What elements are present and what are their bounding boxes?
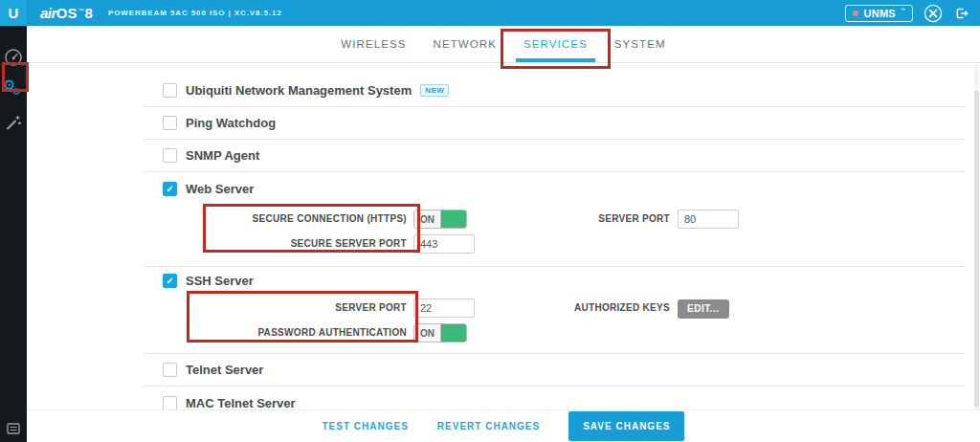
mac-telnet-checkbox[interactable] — [163, 396, 177, 410]
toggle-on-label: ON — [414, 210, 441, 228]
tab-system[interactable]: SYSTEM — [601, 26, 679, 62]
tab-network[interactable]: NETWORK — [420, 26, 510, 62]
footer-action-bar: TEST CHANGES REVERT CHANGES SAVE CHANGES — [27, 409, 980, 442]
logout-icon-svg — [953, 5, 970, 22]
sidebar-item-feedback[interactable] — [0, 416, 27, 441]
ssh-server-section: ✓ SSH Server SERVER PORT AUTHORIZED KEYS… — [144, 267, 965, 354]
tab-wireless-label: WIRELESS — [341, 38, 406, 50]
web-server-header: ✓ Web Server — [144, 172, 965, 205]
logout-icon[interactable] — [953, 5, 970, 22]
authorized-keys-edit-button[interactable]: EDIT... — [678, 299, 729, 319]
server-port-label: SERVER PORT — [459, 209, 670, 230]
brand-trademark: ™ — [78, 8, 84, 13]
airos-services-page: U airOS™8 POWERBEAM 5AC 500 ISO | XC.V8.… — [0, 0, 980, 442]
tab-network-label: NETWORK — [434, 38, 497, 50]
web-server-checkbox[interactable]: ✓ — [163, 182, 177, 196]
ssh-server-checkbox[interactable]: ✓ — [163, 274, 177, 288]
tools-icon-svg — [924, 4, 943, 23]
sidebar-item-dashboard[interactable] — [0, 45, 27, 70]
services-content: Ubiquiti Network Management System NEW P… — [144, 64, 965, 442]
main-area: WIRELESS NETWORK SERVICES SYSTEM Ubiquit… — [27, 26, 980, 442]
secure-server-port-label: SECURE SERVER PORT — [144, 233, 407, 254]
password-auth-toggle[interactable]: ON — [413, 323, 467, 343]
tab-services[interactable]: SERVICES — [510, 26, 601, 62]
unms-label: UNMS — [863, 8, 896, 19]
brand-os: OS — [56, 5, 78, 21]
service-row-unms: Ubiquiti Network Management System NEW — [144, 75, 965, 107]
service-row-ping-watchdog: Ping Watchdog — [144, 107, 965, 140]
tab-wireless[interactable]: WIRELESS — [327, 26, 419, 62]
telnet-checkbox[interactable] — [163, 363, 177, 377]
sidebar-item-services[interactable]: ⚙ ⚙ — [0, 78, 27, 103]
toggle-track — [441, 324, 466, 342]
unms-checkbox[interactable] — [163, 83, 177, 98]
save-changes-button[interactable]: SAVE CHANGES — [568, 411, 684, 441]
tab-system-label: SYSTEM — [614, 38, 666, 50]
ssh-settings-row-2: PASSWORD AUTHENTICATION ON — [144, 322, 965, 343]
authorized-keys-label: AUTHORIZED KEYS — [459, 298, 670, 319]
feedback-icon — [5, 420, 22, 437]
brand-air: air — [40, 5, 56, 21]
vertical-scrollbar[interactable] — [974, 64, 979, 409]
password-auth-label: PASSWORD AUTHENTICATION — [144, 322, 407, 343]
sidebar-item-tools[interactable] — [0, 110, 27, 135]
unms-trademark: ™ — [901, 7, 905, 12]
ssh-server-port-label: SERVER PORT — [144, 298, 407, 319]
web-server-settings-row-1: SECURE CONNECTION (HTTPS) ON SERVER PORT — [144, 209, 965, 230]
tab-active-underline — [516, 58, 595, 62]
gears-icon: ⚙ ⚙ — [4, 81, 23, 100]
scrollbar-thumb[interactable] — [974, 91, 979, 407]
tab-bar: WIRELESS NETWORK SERVICES SYSTEM — [27, 26, 980, 63]
ubiquiti-logo-letter: U — [9, 5, 19, 21]
wand-icon — [4, 113, 23, 132]
server-port-input[interactable] — [678, 210, 739, 229]
revert-changes-button[interactable]: REVERT CHANGES — [437, 421, 540, 431]
ping-watchdog-label: Ping Watchdog — [186, 116, 276, 130]
snmp-checkbox[interactable] — [163, 148, 177, 163]
secure-connection-label: SECURE CONNECTION (HTTPS) — [144, 209, 407, 230]
ssh-settings-row-1: SERVER PORT AUTHORIZED KEYS EDIT... — [144, 298, 965, 319]
unms-status-dot — [853, 11, 858, 16]
top-header-bar: U airOS™8 POWERBEAM 5AC 500 ISO | XC.V8.… — [0, 0, 980, 26]
web-server-settings-row-2: SECURE SERVER PORT — [144, 233, 965, 254]
web-server-section: ✓ Web Server SECURE CONNECTION (HTTPS) O… — [144, 172, 965, 267]
ssh-server-label: SSH Server — [186, 274, 254, 288]
left-sidebar: ⚙ ⚙ — [0, 26, 27, 442]
ssh-server-header: ✓ SSH Server — [144, 267, 965, 294]
tab-services-label: SERVICES — [523, 38, 588, 50]
snmp-label: SNMP Agent — [186, 148, 259, 163]
ubiquiti-logo[interactable]: U — [0, 0, 28, 26]
web-server-label: Web Server — [186, 182, 254, 196]
telnet-label: Telnet Server — [186, 363, 263, 377]
toggle-on-label: ON — [414, 324, 441, 342]
header-actions: UNMS ™ — [845, 4, 980, 23]
device-info-label: POWERBEAM 5AC 500 ISO | XC.V8.5.12 — [108, 9, 282, 17]
unms-row-label: Ubiquiti Network Management System — [186, 83, 412, 98]
secure-server-port-input[interactable] — [413, 234, 475, 254]
unms-button[interactable]: UNMS ™ — [845, 5, 913, 22]
tools-icon[interactable] — [924, 4, 943, 23]
test-changes-button[interactable]: TEST CHANGES — [323, 421, 409, 431]
service-row-telnet: Telnet Server — [144, 354, 965, 387]
new-badge: NEW — [420, 84, 449, 97]
mac-telnet-label: MAC Telnet Server — [186, 396, 296, 410]
brand-version: 8 — [85, 5, 93, 21]
airos-brand: airOS™8 — [40, 5, 93, 21]
service-row-snmp: SNMP Agent — [144, 140, 965, 172]
gauge-icon — [4, 48, 23, 67]
ping-watchdog-checkbox[interactable] — [163, 116, 177, 130]
